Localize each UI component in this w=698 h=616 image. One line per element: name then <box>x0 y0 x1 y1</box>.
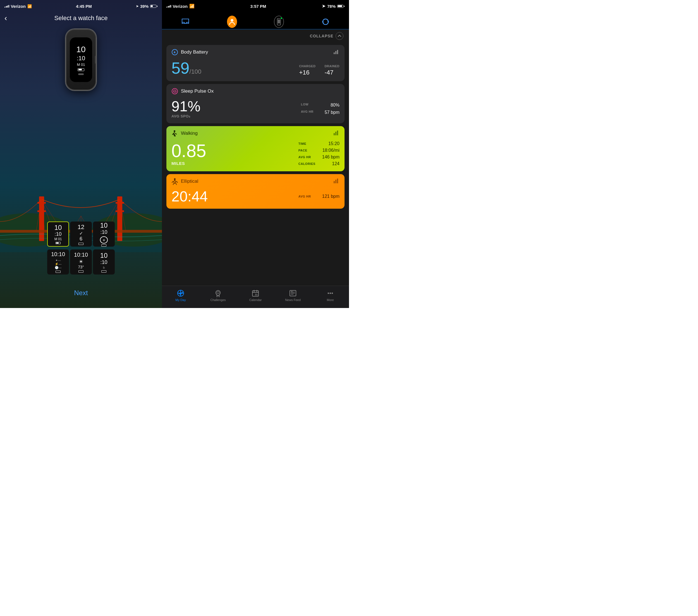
right-status-left: Verizon 📶 <box>166 4 195 9</box>
right-status-right: ➤ 78% <box>322 4 345 9</box>
tab-my-day-label: My Day <box>175 298 186 302</box>
sync-icon <box>321 17 331 27</box>
walking-stats: TIME 15:20 PACE 18:06/mi AVG HR 146 bpm … <box>298 141 339 166</box>
tab-my-day[interactable]: My Day <box>171 289 191 302</box>
elliptical-header: Elliptical <box>171 178 339 185</box>
walking-avghr-label: AVG HR <box>298 155 311 159</box>
collapse-chevron-icon <box>336 32 344 40</box>
next-button[interactable]: Next <box>74 289 88 297</box>
spo-avghr-label: AVG HR <box>301 110 313 115</box>
svg-line-15 <box>117 199 120 230</box>
svg-line-14 <box>120 199 126 230</box>
bottom-tab-bar: My Day Challenges 31 <box>162 286 349 308</box>
nav-tab-device[interactable] <box>268 15 290 29</box>
watch-faces-row-1: 10 :10 M 01 12 ✓ 6 10 :10 ⊛ <box>47 221 115 247</box>
body-battery-main: 59/100 CHARGED +16 DRAINED -47 <box>171 59 339 77</box>
svg-point-52 <box>332 292 333 294</box>
svg-rect-3 <box>39 197 44 241</box>
right-battery-icon <box>337 5 345 8</box>
walking-value: 0.85 <box>171 142 206 160</box>
svg-rect-6 <box>38 210 46 212</box>
spo-low-row: LOW 80% <box>301 103 339 108</box>
sleep-pulse-icon <box>171 88 178 95</box>
body-battery-title: Body Battery <box>181 49 208 55</box>
watch-face-5[interactable]: 10:10 ☀ 73° <box>70 249 92 274</box>
walking-calories-row: CALORIES 124 <box>298 161 339 166</box>
location-icon: ➤ <box>136 4 139 8</box>
left-status-left: Verizon 📶 <box>4 4 32 9</box>
left-battery-pct: 39% <box>140 4 149 9</box>
sleep-pulse-ox-header: Sleep Pulse Ox <box>171 88 339 95</box>
walking-time-label: TIME <box>298 142 306 145</box>
elliptical-chart-icon[interactable] <box>333 178 339 184</box>
collapse-bar[interactable]: COLLAPSE <box>162 29 349 43</box>
svg-line-10 <box>36 199 42 230</box>
svg-point-21 <box>231 19 234 22</box>
walking-calories-value: 124 <box>332 161 339 166</box>
watch-face-2[interactable]: 12 ✓ 6 <box>70 221 92 247</box>
watch-device-display: 10 :10 M 01 <box>66 29 96 90</box>
watch-face-4[interactable]: 10:10 ✦— ⚡— 🕐— <box>47 249 69 274</box>
watch-battery-icon <box>78 68 84 71</box>
svg-rect-8 <box>115 210 124 212</box>
spo-low-value: 80% <box>331 103 339 108</box>
svg-point-39 <box>217 291 219 294</box>
walking-main: 0.85 MILES TIME 15:20 PACE 18:06/mi AVG … <box>171 140 339 167</box>
watch-face-1[interactable]: 10 :10 M 01 <box>47 221 69 247</box>
body-battery-chart-icon[interactable] <box>333 49 339 55</box>
more-icon <box>326 289 334 297</box>
elliptical-icon <box>171 178 178 185</box>
right-wifi-icon: 📶 <box>189 4 195 9</box>
walking-card: Walking 0.85 MILES TIME <box>166 126 345 171</box>
signal-icon <box>4 5 9 8</box>
tab-more[interactable]: More <box>321 289 340 302</box>
inbox-icon <box>180 17 191 27</box>
svg-rect-26 <box>335 51 336 54</box>
tab-more-label: More <box>327 298 334 302</box>
calendar-icon: 31 <box>252 289 260 297</box>
page-title: Select a watch face <box>4 15 157 22</box>
walking-calories-label: CALORIES <box>298 162 316 166</box>
nav-tab-activity[interactable] <box>221 15 242 29</box>
charged-label: CHARGED <box>299 65 316 68</box>
tab-challenges-label: Challenges <box>210 298 226 302</box>
news-feed-icon <box>289 289 297 297</box>
tab-news-feed[interactable]: News Feed <box>283 289 303 302</box>
elliptical-main: 20:44 AVG HR 121 bpm <box>171 188 339 205</box>
drained-stat: DRAINED -47 <box>324 65 339 76</box>
sleep-pulse-ox-card: Sleep Pulse Ox 91% AVG SPO₂ LOW 80% AVG … <box>166 84 345 123</box>
right-content: Body Battery 59/100 CHARGED <box>162 43 349 286</box>
watch-side-button <box>95 56 96 64</box>
nav-tab-inbox[interactable] <box>175 15 196 29</box>
svg-rect-27 <box>337 50 338 54</box>
right-time: 3:57 PM <box>250 4 266 9</box>
tab-calendar[interactable]: 31 Calendar <box>246 289 265 302</box>
tab-challenges[interactable]: Challenges <box>208 289 228 302</box>
right-location-icon: ➤ <box>322 4 325 9</box>
collapse-label: COLLAPSE <box>310 34 333 38</box>
walking-time-row: TIME 15:20 <box>298 141 339 146</box>
elliptical-value-block: 20:44 <box>171 189 208 204</box>
body-battery-suffix: /100 <box>190 68 201 75</box>
watch-face-6[interactable]: 10 :10 b <box>93 249 115 274</box>
spo-value: 91% <box>171 99 200 114</box>
body-battery-icon <box>171 49 178 56</box>
walking-chart-icon[interactable] <box>333 130 339 137</box>
body-battery-card: Body Battery 59/100 CHARGED <box>166 45 345 81</box>
device-icon <box>274 17 284 27</box>
walking-unit: MILES <box>171 161 206 166</box>
watch-face-3[interactable]: 10 :10 ⊛ <box>93 221 115 247</box>
svg-rect-35 <box>334 181 335 183</box>
nav-tab-sync[interactable] <box>315 15 336 29</box>
right-signal-icon <box>166 5 171 8</box>
svg-rect-7 <box>115 202 124 204</box>
watch-min: :10 <box>77 55 85 62</box>
my-day-icon <box>177 289 184 297</box>
spo-avghr-row: AVG HR 57 bpm <box>301 110 339 115</box>
left-status-right: ➤ 39% <box>136 4 157 9</box>
spo-avg-label: AVG SPO₂ <box>171 114 200 118</box>
battery-icon <box>150 5 157 8</box>
svg-rect-25 <box>334 53 335 54</box>
back-button[interactable]: ‹ <box>4 14 7 23</box>
walking-avghr-row: AVG HR 146 bpm <box>298 155 339 160</box>
